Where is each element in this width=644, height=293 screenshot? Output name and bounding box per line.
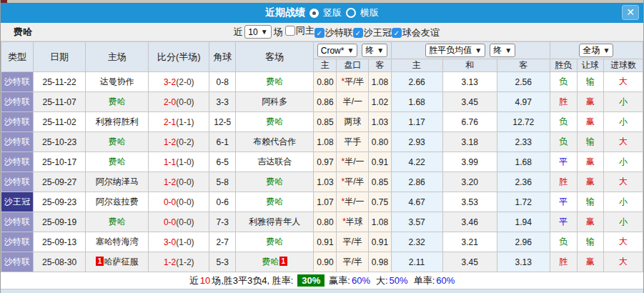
crow-home-odds-cell: 0.80 — [314, 72, 337, 92]
match-row: 沙特联25-09-13塞哈特海湾3-0(1-0)2-7费哈0.91平/半0.91… — [1, 232, 643, 252]
avg-type-select[interactable]: 胜平负均值▼ — [425, 44, 485, 57]
filter-check-label[interactable]: 沙特联 — [325, 26, 353, 39]
summary-footer: 近10场,胜3平3负4, 胜率: 30% 赢率:60% 大:50% 单率:60% — [1, 272, 643, 289]
col-header-away: 客场 — [236, 42, 314, 72]
filter-check-label[interactable]: 同主 — [296, 24, 314, 37]
radio-horizontal-label[interactable]: 横版 — [360, 6, 379, 19]
avg-win-cell: 4.67 — [391, 192, 442, 212]
win-rate-badge: 30% — [297, 274, 325, 287]
avg-lose-cell: 2.96 — [497, 232, 550, 252]
checkbox-checked-icon[interactable]: ✓ — [392, 28, 402, 38]
league-cell: 沙特联 — [1, 212, 34, 232]
radio-vertical-layout[interactable] — [309, 9, 319, 18]
radio-vertical-label[interactable]: 竖版 — [323, 6, 342, 19]
sub-header-handicap: 盘口 — [337, 59, 369, 72]
away-team-cell: 吉达联合 — [236, 152, 314, 172]
avg-stage-select[interactable]: 终▼ — [490, 44, 515, 57]
titlebar: 近期战绩 竖版 横版 ✕ — [1, 3, 643, 23]
table-body: 沙特联25-11-22达曼协作3-2(2-0)0-8费哈0.80*平/半1.08… — [1, 72, 643, 272]
team-name-text: 达曼协作 — [100, 76, 134, 86]
score-cell: 3-2(2-0) — [149, 72, 209, 92]
avg-win-cell: 2.66 — [391, 72, 442, 92]
team-name-text: 费哈 — [266, 237, 283, 247]
match-count-select[interactable]: 10▼ — [244, 25, 271, 39]
col-header-league: 类型 — [1, 42, 34, 72]
league-cell: 沙特联 — [1, 132, 34, 152]
match-row: 沙特联25-08-301哈萨征服1-2(1-2)5-3费哈10.90平/半0.9… — [1, 252, 643, 272]
home-team-cell: 费哈 — [86, 152, 149, 172]
avg-lose-cell: 1.72 — [497, 192, 550, 212]
results-table: 类型 日期 主场 比分(半场) 角球 客场 Crow*▼ 终▼ 胜平负均值▼ 终… — [1, 41, 643, 272]
result-handicap-cell: 输 — [577, 232, 603, 252]
league-cell: 沙特联 — [1, 112, 34, 132]
score-cell: 1-2(1-2) — [149, 252, 209, 272]
result-handicap-cell: 赢 — [577, 152, 603, 172]
filter-check-2: ✓沙王冠 — [353, 26, 392, 39]
result-handicap-cell: 赢 — [577, 212, 603, 232]
filter-check-0: 同主 — [285, 24, 314, 37]
league-cell: 沙特联 — [1, 72, 34, 92]
crow-home-odds-cell: 1.08 — [314, 132, 337, 152]
radio-horizontal-layout[interactable] — [346, 8, 356, 18]
corners-cell: 2-7 — [209, 232, 236, 252]
league-filter-checks: 同主✓沙特联✓沙王冠✓球会友谊 — [285, 24, 440, 40]
result-wdl-cell: 胜 — [550, 172, 577, 192]
bottom-edge-strip — [1, 289, 643, 293]
result-goals-cell: 小 — [603, 192, 643, 212]
date-cell: 25-09-19 — [34, 212, 86, 232]
team-name-text: 费哈 — [109, 157, 126, 167]
filter-check-label[interactable]: 沙王冠 — [364, 26, 392, 39]
win-label: 赢率: — [329, 274, 350, 287]
team-name-text: 哈萨征服 — [104, 257, 138, 267]
result-goals-cell: 大 — [603, 232, 643, 252]
crow-handicap-cell: 平手 — [337, 132, 369, 152]
avg-draw-cell: 3.21 — [442, 232, 497, 252]
team-name-text: 布赖代合作 — [253, 136, 296, 146]
home-team-cell: 达曼协作 — [86, 72, 149, 92]
close-button[interactable]: ✕ — [622, 5, 639, 20]
crow-home-odds-cell: 0.85 — [314, 112, 337, 132]
result-goals-cell: 大 — [603, 252, 643, 272]
date-cell: 25-11-07 — [34, 92, 86, 112]
result-wdl-cell: 胜 — [550, 252, 577, 272]
avg-lose-cell: 1.94 — [497, 212, 550, 232]
result-goals-cell: 小 — [603, 152, 643, 172]
filter-controls: 近 10▼ 场 同主✓沙特联✓沙王冠✓球会友谊 — [204, 24, 439, 40]
sub-header-wdl: 胜负 — [550, 59, 577, 72]
result-wdl-cell: 负 — [550, 72, 577, 92]
avg-lose-cell: 1.68 — [497, 152, 550, 172]
corners-cell: 6-1 — [209, 132, 236, 152]
win-value: 60% — [352, 275, 370, 286]
avg-win-cell: 2.11 — [391, 252, 442, 272]
league-cell: 沙特联 — [1, 252, 34, 272]
team-name-text: 费哈 — [109, 136, 126, 146]
crow-away-odds-cell: 0.91 — [369, 232, 391, 252]
odds-stage-select[interactable]: 终▼ — [362, 44, 387, 57]
corners-cell: 5-3 — [209, 252, 236, 272]
avg-win-cell: 2.86 — [391, 172, 442, 192]
bookmaker-select[interactable]: Crow*▼ — [317, 44, 358, 57]
crow-home-odds-cell: 0.97 — [314, 152, 337, 172]
rank-badge: 1 — [96, 257, 104, 266]
avg-lose-cell: 3.13 — [497, 252, 550, 272]
result-handicap-cell: 赢 — [577, 112, 603, 132]
result-wdl-cell: 平 — [550, 152, 577, 172]
chevron-down-icon: ▼ — [377, 46, 384, 54]
avg-draw-cell: 3.45 — [442, 252, 497, 272]
avg-draw-cell: 3.20 — [442, 172, 497, 192]
checkbox-checked-icon[interactable]: ✓ — [353, 28, 363, 38]
team-name-text: 吉达联合 — [257, 157, 292, 167]
score-cell: 1-1(1-0) — [149, 152, 209, 172]
avg-lose-cell: 12.72 — [497, 112, 550, 132]
table-header: 类型 日期 主场 比分(半场) 角球 客场 Crow*▼ 终▼ 胜平负均值▼ 终… — [1, 42, 643, 72]
period-select[interactable]: 全场▼ — [579, 44, 613, 57]
checkbox-checked-icon[interactable]: ✓ — [314, 28, 325, 38]
recent-results-window: 近期战绩 竖版 横版 ✕ 费哈 近 10▼ 场 同主✓沙特联✓沙王冠✓球会友谊 … — [0, 0, 644, 293]
team-name-text: 费哈 — [109, 217, 126, 227]
crow-handicap-cell: 半/一 — [337, 92, 369, 112]
checkbox-unchecked-icon[interactable] — [285, 26, 295, 36]
result-group-header: 全场▼ — [550, 42, 643, 59]
filter-check-label[interactable]: 球会友谊 — [402, 26, 440, 39]
chevron-down-icon: ▼ — [261, 28, 268, 36]
avg-group-header: 胜平负均值▼ 终▼ — [391, 42, 550, 59]
